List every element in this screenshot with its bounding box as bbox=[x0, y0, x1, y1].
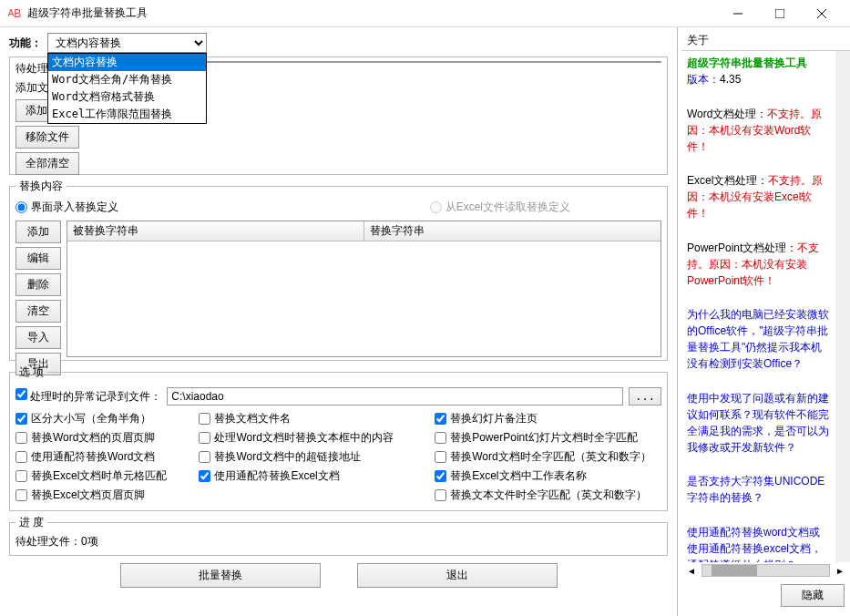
progress-group: 进 度 待处理文件：0项 bbox=[9, 515, 668, 556]
replace-group: 替换内容 界面录入替换定义 从Excel文件读取替换定义 添加 编辑 删除 清空… bbox=[9, 179, 668, 361]
delete-rule-button[interactable]: 删除 bbox=[15, 273, 61, 296]
function-label: 功能： bbox=[9, 36, 42, 51]
faq-link[interactable]: 使用中发现了问题或有新的建议如何联系？现有软件不能完全满足我的需求，是否可以为我… bbox=[687, 390, 830, 456]
run-button[interactable]: 批量替换 bbox=[120, 563, 321, 588]
opt-txt-whole[interactable]: 替换文本文件时全字匹配（英文和数字） bbox=[435, 488, 661, 503]
window-title: 超级字符串批量替换工具 bbox=[27, 5, 717, 21]
edit-rule-button[interactable]: 编辑 bbox=[15, 247, 61, 270]
svg-rect-1 bbox=[775, 9, 784, 18]
clear-files-button[interactable]: 全部清空 bbox=[15, 152, 79, 175]
scroll-left-icon[interactable]: ◄ bbox=[685, 566, 698, 576]
opt-excel-sheets[interactable]: 替换Excel文档中工作表名称 bbox=[435, 468, 661, 484]
opt-rename[interactable]: 替换文档文件名 bbox=[199, 411, 425, 426]
add-rule-button[interactable]: 添加 bbox=[15, 221, 61, 243]
browse-button[interactable]: ... bbox=[629, 387, 661, 406]
app-icon: AB bbox=[7, 6, 22, 21]
dropdown-option[interactable]: 文档内容替换 bbox=[48, 54, 206, 71]
log-checkbox[interactable]: 处理时的异常记录到文件： bbox=[15, 388, 161, 405]
exit-button[interactable]: 退出 bbox=[357, 563, 558, 588]
opt-excel-format[interactable]: 替换Excel文档时单元格匹配 bbox=[15, 468, 189, 484]
about-scrollbar[interactable] bbox=[835, 51, 850, 562]
options-group: 选 项 处理时的异常记录到文件： ... 区分大小写（全角半角） 替换文档文件名… bbox=[9, 364, 668, 511]
opt-case[interactable]: 区分大小写（全角半角） bbox=[15, 411, 189, 426]
clear-rule-button[interactable]: 清空 bbox=[15, 300, 61, 323]
minimize-button[interactable] bbox=[717, 0, 759, 27]
about-panel: 关于 超级字符串批量替换工具 版本：4.35 Word文档处理：不支持。原因：本… bbox=[677, 27, 850, 616]
opt-word-whole[interactable]: 替换Word文档时全字匹配（英文和数字） bbox=[435, 449, 661, 465]
radio-ui-input[interactable]: 界面录入替换定义 bbox=[15, 200, 118, 215]
col-to: 替换字符串 bbox=[364, 221, 661, 241]
about-title: 关于 bbox=[681, 31, 850, 51]
replace-legend: 替换内容 bbox=[15, 179, 67, 194]
dropdown-option[interactable]: Excel工作薄限范围替换 bbox=[48, 106, 206, 123]
titlebar: AB 超级字符串批量替换工具 bbox=[0, 0, 850, 27]
faq-link[interactable]: 为什么我的电脑已经安装微软的Office软件，"超级字符串批量替换工具"仍然提示… bbox=[687, 306, 830, 372]
hide-button[interactable]: 隐藏 bbox=[781, 584, 845, 607]
rules-table[interactable]: 被替换字符串 替换字符串 bbox=[67, 221, 661, 357]
remove-file-button[interactable]: 移除文件 bbox=[15, 126, 79, 149]
function-select[interactable]: 文档内容替换 bbox=[47, 33, 207, 53]
progress-text: 待处理文件：0项 bbox=[15, 534, 661, 549]
import-rule-button[interactable]: 导入 bbox=[15, 326, 61, 349]
dropdown-option[interactable]: Word文档帘格式替换 bbox=[48, 88, 206, 106]
opt-word-hyperlink[interactable]: 替换Word文档中的超链接地址 bbox=[199, 449, 425, 465]
log-path-input[interactable] bbox=[167, 387, 623, 406]
function-dropdown[interactable]: 文档内容替换 Word文档全角/半角替换 Word文档帘格式替换 Excel工作… bbox=[47, 53, 207, 124]
dropdown-option[interactable]: Word文档全角/半角替换 bbox=[48, 71, 206, 88]
opt-word-wildcard[interactable]: 使用通配符替换Word文档 bbox=[15, 449, 189, 465]
about-body: 超级字符串批量替换工具 版本：4.35 Word文档处理：不支持。原因：本机没有… bbox=[681, 51, 835, 562]
opt-ppt-notes[interactable]: 替换幻灯片备注页 bbox=[435, 411, 661, 426]
close-button[interactable] bbox=[801, 0, 843, 27]
radio-excel-input: 从Excel文件读取替换定义 bbox=[430, 200, 570, 215]
opt-ppt-whole[interactable]: 替换PowerPoint幻灯片文档时全字匹配 bbox=[435, 430, 661, 446]
options-legend: 选 项 bbox=[15, 364, 47, 380]
scroll-right-icon[interactable]: ► bbox=[834, 566, 846, 576]
about-hscroll[interactable]: ◄ ► bbox=[681, 562, 850, 579]
progress-legend: 进 度 bbox=[15, 515, 47, 530]
col-from: 被替换字符串 bbox=[67, 221, 364, 241]
opt-word-textbox[interactable]: 处理Word文档时替换文本框中的内容 bbox=[199, 430, 425, 446]
opt-excel-wildcard[interactable]: 使用通配符替换Excel文档 bbox=[199, 468, 425, 484]
opt-word-hf[interactable]: 替换Word文档的页眉页脚 bbox=[15, 430, 189, 446]
about-name: 超级字符串批量替换工具 bbox=[687, 55, 830, 71]
opt-excel-hf[interactable]: 替换Excel文档页眉页脚 bbox=[15, 488, 189, 503]
faq-link[interactable]: 是否支持大字符集UNICODE字符串的替换？ bbox=[687, 473, 830, 506]
faq-link[interactable]: 使用通配符替换word文档或使用通配符替换excel文档，通配符遵循什么规则？ bbox=[687, 524, 830, 563]
maximize-button[interactable] bbox=[759, 0, 801, 27]
